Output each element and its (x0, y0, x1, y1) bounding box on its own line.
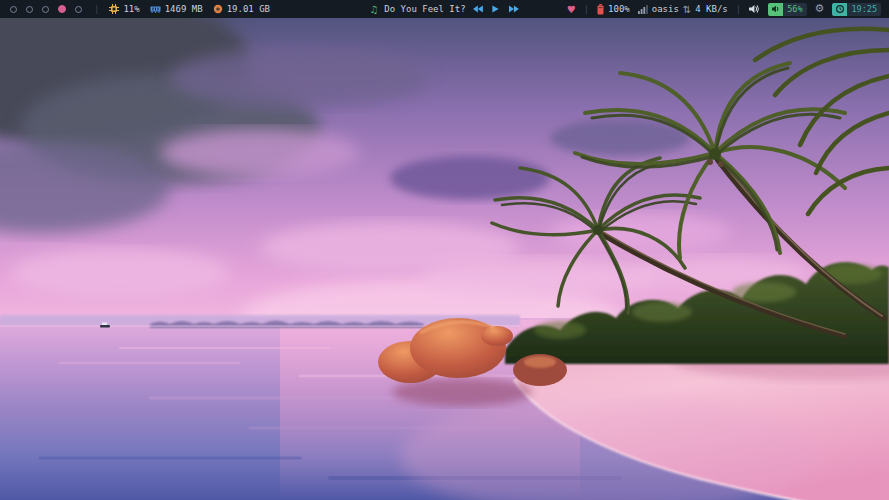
previous-icon (473, 5, 483, 13)
clock-badge[interactable]: 19:25 (832, 3, 881, 16)
updown-arrows-icon: ⇅ (683, 4, 691, 15)
battery-value: 100% (608, 4, 630, 14)
network-speed: 4 KB/s (695, 4, 728, 14)
desktop: | 11% (0, 0, 889, 500)
volume-icon (772, 5, 780, 13)
music-note-icon: ♫ (369, 4, 378, 15)
speaker-icon[interactable] (749, 4, 760, 14)
workspace-dot-3[interactable] (42, 6, 49, 13)
signal-bars-icon (638, 5, 648, 14)
cpu-chip-icon (109, 4, 119, 14)
bar-right-section: ♥ | 100% oas (567, 0, 889, 18)
cpu-module[interactable]: 11% (109, 4, 139, 14)
play-icon (492, 5, 499, 13)
separator: | (94, 0, 99, 18)
previous-button[interactable] (472, 3, 484, 15)
gear-icon[interactable]: ⚙ (815, 0, 825, 18)
battery-module[interactable]: 100% (597, 4, 630, 15)
workspace-dot-4[interactable] (58, 5, 66, 13)
volume-value: 56% (783, 3, 806, 16)
separator: | (736, 0, 741, 18)
song-title[interactable]: Do You Feel It? (384, 4, 465, 14)
memory-value: 1469 MB (165, 4, 203, 14)
next-button[interactable] (508, 3, 520, 15)
battery-icon (597, 4, 604, 15)
workspace-dot-2[interactable] (26, 6, 33, 13)
ram-icon (150, 5, 161, 14)
disk-value: 19.01 GB (227, 4, 270, 14)
memory-module[interactable]: 1469 MB (150, 4, 203, 14)
player-module: ♫ Do You Feel It? (369, 0, 519, 18)
disk-icon (213, 4, 223, 14)
separator: | (584, 0, 589, 18)
clock-value: 19:25 (847, 3, 881, 16)
heart-icon[interactable]: ♥ (567, 4, 576, 15)
workspace-dot-1[interactable] (10, 6, 17, 13)
wallpaper (0, 18, 889, 500)
play-button[interactable] (490, 3, 502, 15)
next-icon (509, 5, 519, 13)
status-bar: | 11% (0, 0, 889, 18)
network-ssid: oasis (652, 4, 679, 14)
disk-module[interactable]: 19.01 GB (213, 4, 270, 14)
volume-badge[interactable]: 56% (768, 3, 806, 16)
network-module[interactable]: oasis ⇅ 4 KB/s (638, 4, 728, 15)
clock-icon (836, 5, 844, 13)
workspaces (10, 5, 84, 13)
workspace-dot-5[interactable] (75, 6, 82, 13)
cpu-value: 11% (123, 4, 139, 14)
